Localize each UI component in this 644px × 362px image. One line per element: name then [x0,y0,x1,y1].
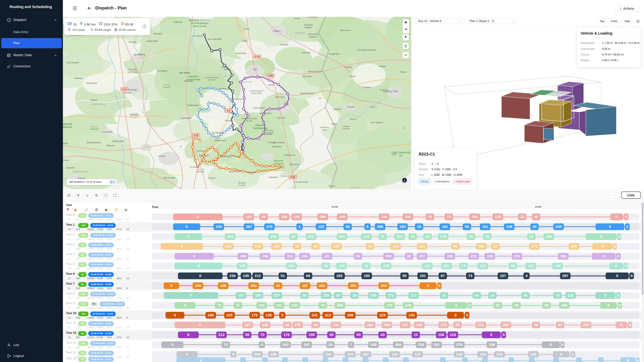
svg-text:Naturpark: Naturpark [274,160,284,162]
svg-text:Landkreis: Landkreis [162,84,170,86]
svg-text:Erbendorf: Erbendorf [269,176,278,178]
svg-text:Landkreis Bamberg: Landkreis Bamberg [72,171,88,173]
svg-text:Hof: Hof [253,68,257,70]
svg-text:Vogtlandkreis: Vogtlandkreis [295,32,306,34]
svg-text:Lázně: Lázně [322,129,327,131]
svg-text:Schönwald: Schönwald [275,96,285,98]
svg-text:Gefell: Gefell [242,40,247,42]
svg-text:Oelsnitz: Oelsnitz [280,43,288,46]
svg-text:A 73: A 73 [122,88,127,91]
svg-text:Haßberge: Haßberge [63,126,72,128]
svg-text:Heldburg: Heldburg [74,77,82,79]
svg-text:$: $ [75,209,76,211]
svg-text:Rotava: Rotava [349,75,356,78]
svg-text:Schalkau: Schalkau [128,41,136,43]
svg-text:Wurzbach: Wurzbach [193,35,202,37]
svg-text:Kynšperk: Kynšperk [342,125,350,127]
svg-text:Auerbach/: Auerbach/ [304,24,313,26]
svg-text:Hohenberg: Hohenberg [264,129,273,131]
svg-text:Waischenfeld: Waischenfeld [163,177,175,179]
svg-text:CHKO Slavkovský: CHKO Slavkovský [391,151,410,154]
svg-text:am Wald: am Wald [208,79,215,81]
svg-text:Kraslice: Kraslice [344,66,352,68]
svg-text:Březová: Březová [350,118,356,120]
svg-text:Steinwald: Steinwald [274,162,283,165]
svg-text:Bad Rodach: Bad Rodach [67,61,79,64]
svg-text:Marktleuthen: Marktleuthen [260,112,271,114]
svg-text:Baunach: Baunach [66,167,74,169]
svg-text:Ebern: Ebern [63,142,68,145]
svg-text:Rodewisch: Rodewisch [308,17,318,18]
svg-text:Nová Role: Nová Role [380,89,388,91]
svg-text:Waldershof: Waldershof [272,145,282,148]
svg-text:A 70: A 70 [194,134,198,136]
svg-text:Creußen: Creußen [208,177,216,179]
svg-text:an der Saale: an der Saale [252,92,262,94]
svg-text:✈: ✈ [404,127,406,130]
svg-text:Cheb: Cheb [331,123,337,125]
svg-text:Thierstein: Thierstein [276,117,286,119]
svg-text:Ludwigsstadt: Ludwigsstadt [146,40,158,42]
svg-text:Vogtland: Vogtland [308,36,316,38]
svg-text:Horní Slavkov: Horní Slavkov [370,121,383,124]
svg-text:Naturpark Thüringer: Naturpark Thüringer [189,19,210,21]
svg-text:Falkenstein/: Falkenstein/ [307,33,318,35]
svg-text:Hirschberg: Hirschberg [236,52,246,54]
svg-text:Goldkronach: Goldkronach [214,139,226,142]
svg-text:Schiefergebirge/: Schiefergebirge/ [191,22,208,24]
svg-text:Marktredwitz: Marktredwitz [273,141,285,144]
svg-text:Kemnath: Kemnath [247,171,256,174]
svg-text:Münchberg: Münchberg [231,98,242,100]
svg-text:Z: Z [88,195,88,197]
svg-text:Kulmbach: Kulmbach [181,117,192,119]
svg-text:Rödental: Rödental [122,91,131,94]
svg-text:Ostrov: Ostrov [400,71,407,73]
svg-text:Tirschenreuth: Tirschenreuth [295,181,308,183]
svg-text:Selbitz: Selbitz [224,68,230,70]
svg-text:Ummerstadt: Ummerstadt [86,82,97,84]
svg-text:Nordhalben: Nordhalben [157,70,168,72]
svg-text:Gräfenthal: Gräfenthal [173,21,182,23]
svg-text:Bärnau: Bärnau [329,185,336,187]
svg-text:A: A [88,194,88,195]
svg-text:Markneukirchen: Markneukirchen [308,70,322,73]
svg-text:€: € [122,23,123,25]
svg-text:an der Eger: an der Eger [264,132,274,134]
svg-text:Bad Berneck: Bad Berneck [212,132,224,134]
svg-text:Sokolov: Sokolov [347,106,355,108]
svg-text:Fichtelgebirge: Fichtelgebirge [253,127,268,130]
svg-text:Bad Lobenstein: Bad Lobenstein [208,38,222,40]
svg-text:Rehau: Rehau [268,84,275,86]
svg-text:Obere Saale: Obere Saale [193,25,206,27]
svg-text:nad Ohří: nad Ohří [343,128,350,130]
svg-text:Eltmann: Eltmann [63,159,69,161]
svg-text:Hummeltal: Hummeltal [190,166,199,168]
svg-text:Schwarzenbach: Schwarzenbach [250,90,263,92]
svg-text:Bayreuth: Bayreuth [199,154,209,157]
svg-text:Naturpark: Naturpark [188,75,198,78]
svg-text:Landkreis: Landkreis [281,173,289,175]
svg-text:Treuen: Treuen [294,17,300,20]
svg-text:Kronach: Kronach [130,113,138,116]
svg-text:Nejdek: Nejdek [379,65,386,67]
svg-text:Naila: Naila [222,66,226,68]
svg-text:Eibenstock: Eibenstock [340,29,351,31]
svg-text:Helmbrechts: Helmbrechts [219,88,230,90]
svg-text:Waldsassen: Waldsassen [284,154,295,156]
svg-text:Seßlach: Seßlach [90,99,98,101]
svg-text:Bad Elster: Bad Elster [302,75,312,78]
svg-text:Lichtenfels: Lichtenfels [102,131,113,133]
svg-text:Bayreuth: Bayreuth [197,171,204,173]
svg-text:Bad Steben: Bad Steben [180,72,190,74]
svg-text:Johanngeorgenstadt: Johanngeorgenstadt [357,49,376,51]
svg-text:Naturpark: Naturpark [255,124,266,126]
svg-text:Aš: Aš [318,97,321,99]
svg-text:Loket: Loket [370,106,375,108]
svg-text:Hollfeld: Hollfeld [158,155,165,157]
svg-text:Landkreis Coburg: Landkreis Coburg [91,103,106,105]
svg-text:Neustadt: Neustadt [128,68,137,70]
svg-text:Weidenberg: Weidenberg [220,155,231,158]
svg-text:Vogtland: Vogtland [304,26,312,29]
svg-text:Františkovy: Františkovy [320,126,330,128]
svg-text:Chodov: Chodov [364,86,371,89]
